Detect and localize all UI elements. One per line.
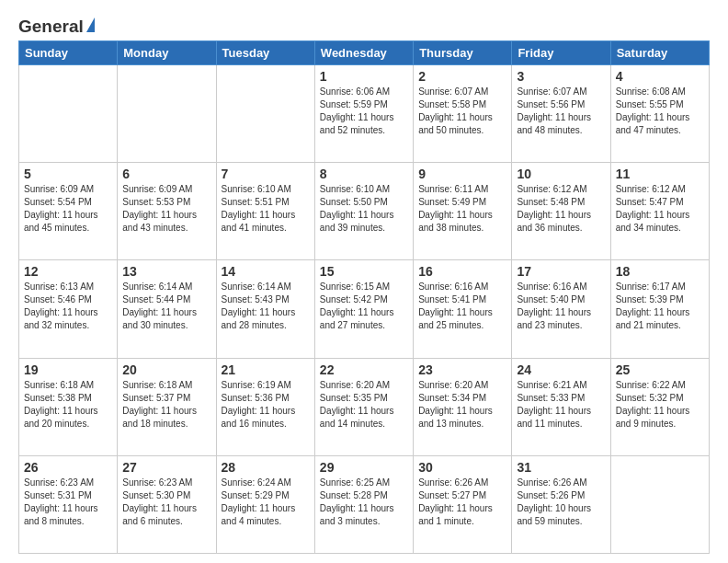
day-info: Sunrise: 6:24 AM Sunset: 5:29 PM Dayligh… [222,477,310,528]
calendar-cell: 9Sunrise: 6:11 AM Sunset: 5:49 PM Daylig… [414,163,512,260]
day-number: 16 [418,264,506,279]
calendar-cell: 21Sunrise: 6:19 AM Sunset: 5:36 PM Dayli… [216,358,314,455]
calendar-cell: 7Sunrise: 6:10 AM Sunset: 5:51 PM Daylig… [216,163,314,260]
day-number: 15 [320,264,408,279]
calendar-cell: 1Sunrise: 6:06 AM Sunset: 5:59 PM Daylig… [314,65,413,163]
day-info: Sunrise: 6:26 AM Sunset: 5:27 PM Dayligh… [418,477,506,528]
calendar-cell: 22Sunrise: 6:20 AM Sunset: 5:35 PM Dayli… [314,358,413,455]
day-number: 30 [418,460,506,475]
calendar-cell: 31Sunrise: 6:26 AM Sunset: 5:26 PM Dayli… [512,455,610,553]
calendar-week-row-2: 5Sunrise: 6:09 AM Sunset: 5:54 PM Daylig… [19,163,710,260]
day-number: 27 [122,460,210,475]
day-number: 18 [616,264,704,279]
calendar-cell: 18Sunrise: 6:17 AM Sunset: 5:39 PM Dayli… [610,260,709,358]
day-number: 23 [418,362,506,377]
day-info: Sunrise: 6:21 AM Sunset: 5:33 PM Dayligh… [517,379,605,431]
calendar-week-row-5: 26Sunrise: 6:23 AM Sunset: 5:31 PM Dayli… [19,455,710,553]
day-info: Sunrise: 6:16 AM Sunset: 5:41 PM Dayligh… [418,281,506,332]
calendar-cell: 19Sunrise: 6:18 AM Sunset: 5:38 PM Dayli… [19,358,118,455]
calendar-cell: 12Sunrise: 6:13 AM Sunset: 5:46 PM Dayli… [19,260,118,358]
logo-triangle-icon [86,17,95,32]
day-number: 29 [320,460,408,475]
calendar-cell: 30Sunrise: 6:26 AM Sunset: 5:27 PM Dayli… [414,455,512,553]
calendar-cell: 4Sunrise: 6:08 AM Sunset: 5:55 PM Daylig… [610,65,709,163]
calendar-cell: 10Sunrise: 6:12 AM Sunset: 5:48 PM Dayli… [512,163,610,260]
calendar-cell: 11Sunrise: 6:12 AM Sunset: 5:47 PM Dayli… [610,163,709,260]
day-number: 3 [517,69,605,84]
day-info: Sunrise: 6:16 AM Sunset: 5:40 PM Dayligh… [517,281,605,332]
page: General SundayMondayTuesdayWednesdayThur… [0,0,728,563]
day-number: 14 [222,264,310,279]
weekday-header-row: SundayMondayTuesdayWednesdayThursdayFrid… [19,41,710,65]
day-info: Sunrise: 6:07 AM Sunset: 5:58 PM Dayligh… [418,86,506,137]
calendar-cell [19,65,118,163]
header: General [18,17,710,33]
day-info: Sunrise: 6:10 AM Sunset: 5:50 PM Dayligh… [320,183,408,235]
day-info: Sunrise: 6:12 AM Sunset: 5:47 PM Dayligh… [616,183,704,235]
calendar-cell: 26Sunrise: 6:23 AM Sunset: 5:31 PM Dayli… [19,455,118,553]
calendar-week-row-1: 1Sunrise: 6:06 AM Sunset: 5:59 PM Daylig… [19,65,710,163]
weekday-header-friday: Friday [512,41,610,65]
day-info: Sunrise: 6:22 AM Sunset: 5:32 PM Dayligh… [616,379,704,431]
calendar-cell [216,65,314,163]
day-info: Sunrise: 6:08 AM Sunset: 5:55 PM Dayligh… [616,86,704,137]
weekday-header-thursday: Thursday [414,41,512,65]
day-info: Sunrise: 6:20 AM Sunset: 5:35 PM Dayligh… [320,379,408,431]
calendar-week-row-4: 19Sunrise: 6:18 AM Sunset: 5:38 PM Dayli… [19,358,710,455]
day-number: 12 [24,264,112,279]
day-info: Sunrise: 6:09 AM Sunset: 5:54 PM Dayligh… [24,183,112,235]
logo-general-text: General [18,17,84,37]
calendar-cell: 15Sunrise: 6:15 AM Sunset: 5:42 PM Dayli… [314,260,413,358]
calendar-cell: 20Sunrise: 6:18 AM Sunset: 5:37 PM Dayli… [118,358,216,455]
calendar-cell: 3Sunrise: 6:07 AM Sunset: 5:56 PM Daylig… [512,65,610,163]
day-number: 26 [24,460,112,475]
day-info: Sunrise: 6:23 AM Sunset: 5:31 PM Dayligh… [24,477,112,528]
day-info: Sunrise: 6:14 AM Sunset: 5:44 PM Dayligh… [122,281,210,332]
day-info: Sunrise: 6:18 AM Sunset: 5:38 PM Dayligh… [24,379,112,431]
day-info: Sunrise: 6:13 AM Sunset: 5:46 PM Dayligh… [24,281,112,332]
day-number: 17 [517,264,605,279]
day-number: 4 [616,69,704,84]
weekday-header-sunday: Sunday [19,41,118,65]
calendar-cell: 29Sunrise: 6:25 AM Sunset: 5:28 PM Dayli… [314,455,413,553]
calendar-cell: 17Sunrise: 6:16 AM Sunset: 5:40 PM Dayli… [512,260,610,358]
day-number: 10 [517,167,605,181]
day-number: 5 [24,167,112,181]
day-number: 11 [616,167,704,181]
day-number: 7 [222,167,310,181]
day-info: Sunrise: 6:18 AM Sunset: 5:37 PM Dayligh… [122,379,210,431]
calendar-cell: 24Sunrise: 6:21 AM Sunset: 5:33 PM Dayli… [512,358,610,455]
calendar-cell: 14Sunrise: 6:14 AM Sunset: 5:43 PM Dayli… [216,260,314,358]
day-number: 22 [320,362,408,377]
day-info: Sunrise: 6:07 AM Sunset: 5:56 PM Dayligh… [517,86,605,137]
weekday-header-monday: Monday [118,41,216,65]
day-info: Sunrise: 6:20 AM Sunset: 5:34 PM Dayligh… [418,379,506,431]
calendar-cell: 27Sunrise: 6:23 AM Sunset: 5:30 PM Dayli… [118,455,216,553]
calendar-cell: 23Sunrise: 6:20 AM Sunset: 5:34 PM Dayli… [414,358,512,455]
day-number: 28 [222,460,310,475]
day-info: Sunrise: 6:11 AM Sunset: 5:49 PM Dayligh… [418,183,506,235]
day-number: 25 [616,362,704,377]
day-number: 20 [122,362,210,377]
weekday-header-tuesday: Tuesday [216,41,314,65]
day-number: 6 [122,167,210,181]
day-info: Sunrise: 6:09 AM Sunset: 5:53 PM Dayligh… [122,183,210,235]
day-number: 19 [24,362,112,377]
day-info: Sunrise: 6:12 AM Sunset: 5:48 PM Dayligh… [517,183,605,235]
day-number: 9 [418,167,506,181]
calendar-cell [610,455,709,553]
calendar-cell: 6Sunrise: 6:09 AM Sunset: 5:53 PM Daylig… [118,163,216,260]
calendar-cell: 5Sunrise: 6:09 AM Sunset: 5:54 PM Daylig… [19,163,118,260]
day-number: 21 [222,362,310,377]
calendar-table: SundayMondayTuesdayWednesdayThursdayFrid… [18,40,710,554]
day-number: 2 [418,69,506,84]
logo: General [18,17,95,33]
weekday-header-saturday: Saturday [610,41,709,65]
calendar-cell: 28Sunrise: 6:24 AM Sunset: 5:29 PM Dayli… [216,455,314,553]
calendar-cell: 25Sunrise: 6:22 AM Sunset: 5:32 PM Dayli… [610,358,709,455]
calendar-cell: 13Sunrise: 6:14 AM Sunset: 5:44 PM Dayli… [118,260,216,358]
day-info: Sunrise: 6:26 AM Sunset: 5:26 PM Dayligh… [517,477,605,528]
day-info: Sunrise: 6:15 AM Sunset: 5:42 PM Dayligh… [320,281,408,332]
day-info: Sunrise: 6:19 AM Sunset: 5:36 PM Dayligh… [222,379,310,431]
day-number: 31 [517,460,605,475]
